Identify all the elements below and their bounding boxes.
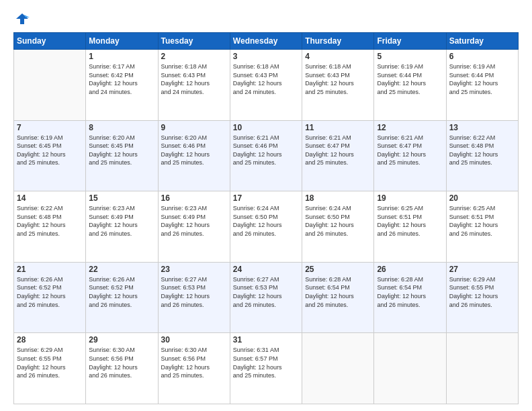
day-number: 15 xyxy=(89,193,154,203)
calendar-cell xyxy=(446,333,518,404)
header-saturday: Saturday xyxy=(446,33,518,50)
logo-bird-icon xyxy=(15,12,30,27)
day-number: 7 xyxy=(17,123,83,132)
calendar-cell: 25Sunrise: 6:28 AM Sunset: 6:54 PM Dayli… xyxy=(302,262,374,333)
day-number: 31 xyxy=(233,335,299,345)
day-info: Sunrise: 6:23 AM Sunset: 6:49 PM Dayligh… xyxy=(89,204,154,238)
calendar-cell: 26Sunrise: 6:28 AM Sunset: 6:54 PM Dayli… xyxy=(374,262,446,333)
day-info: Sunrise: 6:21 AM Sunset: 6:47 PM Dayligh… xyxy=(305,134,371,167)
day-number: 13 xyxy=(449,123,515,132)
day-info: Sunrise: 6:17 AM Sunset: 6:42 PM Dayligh… xyxy=(89,62,154,96)
calendar-cell: 7Sunrise: 6:19 AM Sunset: 6:45 PM Daylig… xyxy=(14,120,86,191)
day-info: Sunrise: 6:18 AM Sunset: 6:43 PM Dayligh… xyxy=(161,62,227,96)
calendar-week-row: 28Sunrise: 6:29 AM Sunset: 6:55 PM Dayli… xyxy=(14,333,519,404)
calendar-cell: 10Sunrise: 6:21 AM Sunset: 6:46 PM Dayli… xyxy=(230,120,302,191)
header-tuesday: Tuesday xyxy=(158,33,230,50)
calendar-cell: 1Sunrise: 6:17 AM Sunset: 6:42 PM Daylig… xyxy=(86,50,158,121)
day-number: 8 xyxy=(89,123,154,132)
page: Sunday Monday Tuesday Wednesday Thursday… xyxy=(0,0,532,411)
day-number: 16 xyxy=(161,193,227,203)
day-number: 3 xyxy=(233,52,299,61)
day-info: Sunrise: 6:18 AM Sunset: 6:43 PM Dayligh… xyxy=(233,62,299,96)
calendar-cell: 13Sunrise: 6:22 AM Sunset: 6:48 PM Dayli… xyxy=(446,120,518,191)
day-number: 14 xyxy=(17,193,83,203)
day-info: Sunrise: 6:22 AM Sunset: 6:48 PM Dayligh… xyxy=(17,204,83,238)
day-info: Sunrise: 6:18 AM Sunset: 6:43 PM Dayligh… xyxy=(305,62,371,96)
day-info: Sunrise: 6:30 AM Sunset: 6:56 PM Dayligh… xyxy=(161,346,227,379)
day-number: 11 xyxy=(305,123,371,132)
calendar-cell: 4Sunrise: 6:18 AM Sunset: 6:43 PM Daylig… xyxy=(302,50,374,121)
day-info: Sunrise: 6:26 AM Sunset: 6:52 PM Dayligh… xyxy=(89,275,154,309)
calendar-cell: 23Sunrise: 6:27 AM Sunset: 6:53 PM Dayli… xyxy=(158,262,230,333)
header-sunday: Sunday xyxy=(14,33,86,50)
day-number: 19 xyxy=(377,193,443,203)
calendar-cell: 20Sunrise: 6:25 AM Sunset: 6:51 PM Dayli… xyxy=(446,191,518,263)
calendar-cell: 30Sunrise: 6:30 AM Sunset: 6:56 PM Dayli… xyxy=(158,333,230,404)
day-info: Sunrise: 6:27 AM Sunset: 6:53 PM Dayligh… xyxy=(233,275,299,309)
day-info: Sunrise: 6:26 AM Sunset: 6:52 PM Dayligh… xyxy=(17,275,83,309)
header-monday: Monday xyxy=(86,33,158,50)
calendar-cell: 19Sunrise: 6:25 AM Sunset: 6:51 PM Dayli… xyxy=(374,191,446,263)
calendar-cell xyxy=(374,333,446,404)
day-info: Sunrise: 6:25 AM Sunset: 6:51 PM Dayligh… xyxy=(449,204,515,238)
day-info: Sunrise: 6:27 AM Sunset: 6:53 PM Dayligh… xyxy=(161,275,227,309)
header-wednesday: Wednesday xyxy=(230,33,302,50)
calendar-week-row: 1Sunrise: 6:17 AM Sunset: 6:42 PM Daylig… xyxy=(14,50,519,121)
day-info: Sunrise: 6:22 AM Sunset: 6:48 PM Dayligh… xyxy=(449,134,515,167)
day-number: 5 xyxy=(377,52,443,61)
day-number: 10 xyxy=(233,123,299,132)
day-info: Sunrise: 6:19 AM Sunset: 6:45 PM Dayligh… xyxy=(17,134,83,167)
calendar-cell: 2Sunrise: 6:18 AM Sunset: 6:43 PM Daylig… xyxy=(158,50,230,121)
calendar-cell xyxy=(302,333,374,404)
day-number: 29 xyxy=(89,335,154,345)
day-number: 30 xyxy=(161,335,227,345)
logo xyxy=(13,12,30,27)
calendar-cell: 29Sunrise: 6:30 AM Sunset: 6:56 PM Dayli… xyxy=(86,333,158,404)
day-number: 18 xyxy=(305,193,371,203)
calendar-cell: 3Sunrise: 6:18 AM Sunset: 6:43 PM Daylig… xyxy=(230,50,302,121)
day-info: Sunrise: 6:30 AM Sunset: 6:56 PM Dayligh… xyxy=(89,346,154,379)
calendar-cell: 24Sunrise: 6:27 AM Sunset: 6:53 PM Dayli… xyxy=(230,262,302,333)
day-number: 27 xyxy=(449,265,515,274)
day-info: Sunrise: 6:23 AM Sunset: 6:49 PM Dayligh… xyxy=(161,204,227,238)
calendar-cell: 31Sunrise: 6:31 AM Sunset: 6:57 PM Dayli… xyxy=(230,333,302,404)
calendar-cell: 17Sunrise: 6:24 AM Sunset: 6:50 PM Dayli… xyxy=(230,191,302,263)
calendar-cell: 9Sunrise: 6:20 AM Sunset: 6:46 PM Daylig… xyxy=(158,120,230,191)
day-number: 12 xyxy=(377,123,443,132)
day-info: Sunrise: 6:28 AM Sunset: 6:54 PM Dayligh… xyxy=(377,275,443,309)
calendar-cell: 5Sunrise: 6:19 AM Sunset: 6:44 PM Daylig… xyxy=(374,50,446,121)
day-number: 24 xyxy=(233,265,299,274)
day-number: 9 xyxy=(161,123,227,132)
header-friday: Friday xyxy=(374,33,446,50)
calendar-week-row: 7Sunrise: 6:19 AM Sunset: 6:45 PM Daylig… xyxy=(14,120,519,191)
calendar-cell: 21Sunrise: 6:26 AM Sunset: 6:52 PM Dayli… xyxy=(14,262,86,333)
calendar-cell: 27Sunrise: 6:29 AM Sunset: 6:55 PM Dayli… xyxy=(446,262,518,333)
svg-marker-0 xyxy=(16,13,28,24)
day-number: 28 xyxy=(17,335,83,345)
calendar-cell xyxy=(14,50,86,121)
day-number: 2 xyxy=(161,52,227,61)
calendar-cell: 14Sunrise: 6:22 AM Sunset: 6:48 PM Dayli… xyxy=(14,191,86,263)
day-info: Sunrise: 6:21 AM Sunset: 6:47 PM Dayligh… xyxy=(377,134,443,167)
day-number: 23 xyxy=(161,265,227,274)
calendar-cell: 12Sunrise: 6:21 AM Sunset: 6:47 PM Dayli… xyxy=(374,120,446,191)
day-info: Sunrise: 6:24 AM Sunset: 6:50 PM Dayligh… xyxy=(305,204,371,238)
day-info: Sunrise: 6:29 AM Sunset: 6:55 PM Dayligh… xyxy=(17,346,83,379)
day-number: 26 xyxy=(377,265,443,274)
day-info: Sunrise: 6:21 AM Sunset: 6:46 PM Dayligh… xyxy=(233,134,299,167)
day-info: Sunrise: 6:24 AM Sunset: 6:50 PM Dayligh… xyxy=(233,204,299,238)
day-info: Sunrise: 6:20 AM Sunset: 6:46 PM Dayligh… xyxy=(161,134,227,167)
calendar-week-row: 21Sunrise: 6:26 AM Sunset: 6:52 PM Dayli… xyxy=(14,262,519,333)
calendar-cell: 8Sunrise: 6:20 AM Sunset: 6:45 PM Daylig… xyxy=(86,120,158,191)
day-number: 22 xyxy=(89,265,154,274)
day-number: 17 xyxy=(233,193,299,203)
day-number: 1 xyxy=(89,52,154,61)
calendar-cell: 11Sunrise: 6:21 AM Sunset: 6:47 PM Dayli… xyxy=(302,120,374,191)
day-number: 25 xyxy=(305,265,371,274)
header xyxy=(13,12,519,27)
calendar-cell: 28Sunrise: 6:29 AM Sunset: 6:55 PM Dayli… xyxy=(14,333,86,404)
calendar-cell: 22Sunrise: 6:26 AM Sunset: 6:52 PM Dayli… xyxy=(86,262,158,333)
calendar-cell: 6Sunrise: 6:19 AM Sunset: 6:44 PM Daylig… xyxy=(446,50,518,121)
calendar-week-row: 14Sunrise: 6:22 AM Sunset: 6:48 PM Dayli… xyxy=(14,191,519,263)
calendar-cell: 15Sunrise: 6:23 AM Sunset: 6:49 PM Dayli… xyxy=(86,191,158,263)
